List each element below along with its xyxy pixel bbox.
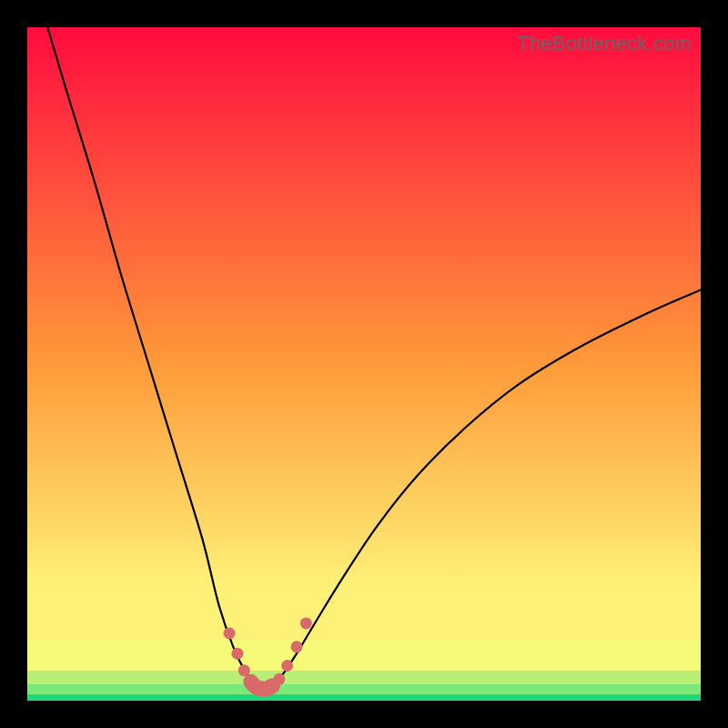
- background-band: [27, 640, 701, 670]
- watermark-text: TheBottleneck.com: [517, 32, 692, 56]
- valley-dot: [281, 660, 293, 672]
- valley-dot: [224, 628, 236, 640]
- valley-dot: [238, 664, 250, 676]
- valley-pill: [251, 682, 273, 689]
- valley-dot: [291, 641, 303, 652]
- plot-area: TheBottleneck.com: [27, 27, 701, 701]
- valley-dot: [273, 673, 285, 685]
- background-band: [27, 684, 701, 694]
- background-band: [27, 694, 701, 701]
- frame: TheBottleneck.com: [0, 0, 728, 728]
- bottleneck-chart: [27, 27, 701, 701]
- valley-dot: [231, 648, 243, 660]
- valley-dot: [300, 617, 312, 629]
- background-band: [27, 586, 701, 640]
- background-band: [27, 671, 701, 684]
